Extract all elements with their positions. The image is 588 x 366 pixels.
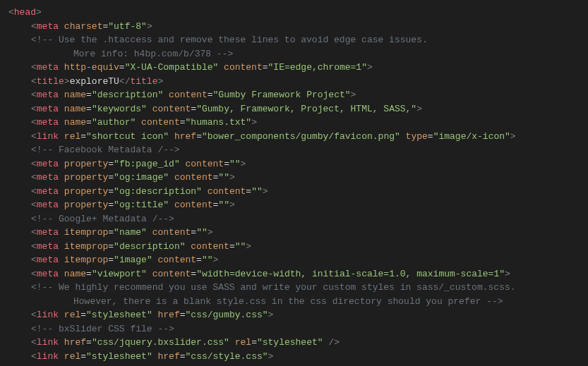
code-line: <meta charset="utf-8">	[8, 20, 580, 34]
code-line: <script src="//ajax.googleapis.com/ajax/…	[8, 363, 580, 366]
code-line: <link rel="stylesheet" href="css/gumby.c…	[8, 308, 580, 322]
code-line: <head>	[8, 6, 580, 20]
code-line: <meta itemprop="description" content="">	[8, 240, 580, 254]
code-line: <meta property="og:description" content=…	[8, 185, 580, 199]
code-line: <meta itemprop="image" content="">	[8, 253, 580, 267]
code-line: <meta name="viewport" content="width=dev…	[8, 267, 580, 281]
code-line: <meta name="keywords" content="Gumby, Fr…	[8, 102, 580, 116]
code-line: <!-- Facebook Metadata /-->	[8, 143, 580, 157]
code-line: More info: h4bp.com/b/378 -->	[8, 47, 580, 61]
code-editor: <head><meta charset="utf-8"><!-- Use the…	[8, 6, 580, 366]
code-line: <link rel="shortcut icon" href="bower_co…	[8, 130, 580, 144]
code-line: <title>exploreTU</title>	[8, 75, 580, 89]
code-line: <!-- We highly recommend you use SASS an…	[8, 281, 580, 295]
code-line: <meta itemprop="name" content="">	[8, 226, 580, 240]
code-line: <!-- bxSlider CSS file -->	[8, 322, 580, 336]
code-line: <link rel="stylesheet" href="css/style.c…	[8, 350, 580, 364]
code-line: <link href="css/jquery.bxslider.css" rel…	[8, 336, 580, 350]
code-line: However, there is a blank style.css in t…	[8, 295, 580, 309]
code-line: <!-- Use the .htaccess and remove these …	[8, 33, 580, 47]
code-line: <meta property="og:title" content="">	[8, 198, 580, 212]
code-line: <meta name="author" content="humans.txt"…	[8, 116, 580, 130]
code-line: <meta property="fb:page_id" content="">	[8, 157, 580, 171]
code-line: <meta name="description" content="Gumby …	[8, 88, 580, 102]
code-line: <meta http-equiv="X-UA-Compatible" conte…	[8, 61, 580, 75]
code-line: <!-- Google+ Metadata /-->	[8, 212, 580, 226]
code-line: <meta property="og:image" content="">	[8, 171, 580, 185]
